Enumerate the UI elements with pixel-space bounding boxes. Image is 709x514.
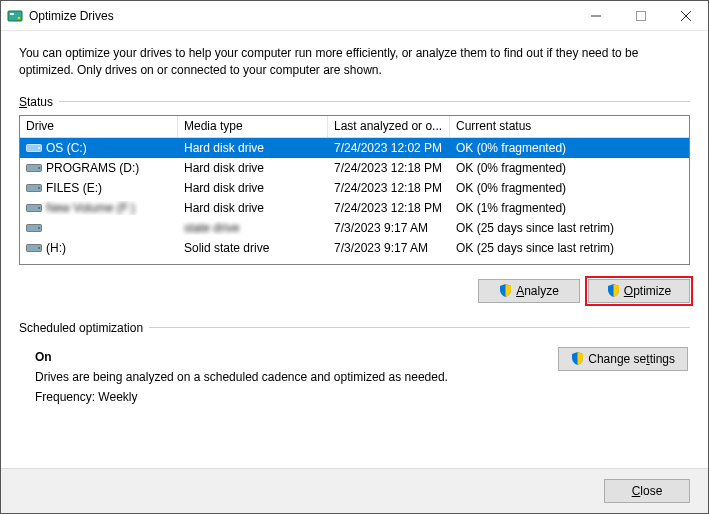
drive-media: Solid state drive — [184, 241, 269, 255]
drive-icon — [26, 162, 42, 174]
close-dialog-button[interactable]: Close — [604, 479, 690, 503]
schedule-state: On — [35, 347, 558, 367]
drive-name: PROGRAMS (D:) — [46, 161, 139, 175]
schedule-label-text: Scheduled optimization — [19, 321, 143, 335]
close-label: Close — [632, 484, 663, 498]
drive-icon — [26, 222, 42, 234]
drives-table: Drive Media type Last analyzed or o... C… — [19, 115, 690, 265]
drive-name: FILES (E:) — [46, 181, 102, 195]
drive-status: OK (0% fragmented) — [450, 161, 689, 175]
drive-status: OK (25 days since last retrim) — [450, 221, 689, 235]
drive-icon — [26, 182, 42, 194]
table-row[interactable]: PROGRAMS (D:)Hard disk drive7/24/2023 12… — [20, 158, 689, 178]
optimize-label: Optimize — [624, 284, 671, 298]
drive-media: Hard disk drive — [184, 161, 264, 175]
change-settings-button[interactable]: Change settings — [558, 347, 688, 371]
table-body: OS (C:)Hard disk drive7/24/2023 12:02 PM… — [20, 138, 689, 258]
titlebar: Optimize Drives — [1, 1, 708, 31]
action-buttons: Analyze Optimize — [19, 279, 690, 303]
column-drive[interactable]: Drive — [20, 116, 178, 137]
drive-last: 7/24/2023 12:02 PM — [328, 141, 450, 155]
drive-status: OK (0% fragmented) — [450, 141, 689, 155]
shield-icon — [571, 352, 584, 365]
analyze-button[interactable]: Analyze — [478, 279, 580, 303]
svg-rect-0 — [8, 11, 22, 21]
schedule-body: On Drives are being analyzed on a schedu… — [19, 341, 690, 408]
svg-point-16 — [38, 227, 40, 229]
drive-icon — [26, 242, 42, 254]
status-section-label: Status — [19, 95, 690, 109]
drive-status: OK (25 days since last retrim) — [450, 241, 689, 255]
optimize-button[interactable]: Optimize — [588, 279, 690, 303]
analyze-label: Analyze — [516, 284, 559, 298]
description-text: You can optimize your drives to help you… — [19, 45, 690, 79]
shield-icon — [499, 284, 512, 297]
svg-point-18 — [38, 247, 40, 249]
table-row[interactable]: OS (C:)Hard disk drive7/24/2023 12:02 PM… — [20, 138, 689, 158]
table-row[interactable]: state drive7/3/2023 9:17 AMOK (25 days s… — [20, 218, 689, 238]
optimize-drives-window: Optimize Drives You can optimize your dr… — [0, 0, 709, 514]
svg-point-2 — [18, 16, 21, 19]
maximize-button[interactable] — [618, 1, 663, 30]
table-row[interactable]: (H:)Solid state drive7/3/2023 9:17 AMOK … — [20, 238, 689, 258]
drive-media: state drive — [184, 221, 239, 235]
schedule-frequency: Frequency: Weekly — [35, 387, 558, 407]
divider — [59, 101, 690, 102]
drive-icon — [26, 142, 42, 154]
svg-rect-1 — [10, 13, 14, 15]
content-area: You can optimize your drives to help you… — [1, 31, 708, 468]
drive-last: 7/3/2023 9:17 AM — [328, 241, 450, 255]
drive-icon — [26, 202, 42, 214]
drive-media: Hard disk drive — [184, 181, 264, 195]
svg-rect-4 — [636, 11, 645, 20]
status-label-text: Status — [19, 95, 53, 109]
drive-last: 7/24/2023 12:18 PM — [328, 181, 450, 195]
shield-icon — [607, 284, 620, 297]
column-status[interactable]: Current status — [450, 116, 689, 137]
drive-name: (H:) — [46, 241, 66, 255]
drive-name: OS (C:) — [46, 141, 87, 155]
close-button[interactable] — [663, 1, 708, 30]
column-last[interactable]: Last analyzed or o... — [328, 116, 450, 137]
svg-point-14 — [38, 207, 40, 209]
svg-point-8 — [38, 147, 40, 149]
drive-status: OK (1% fragmented) — [450, 201, 689, 215]
schedule-section-label: Scheduled optimization — [19, 321, 690, 335]
drive-media: Hard disk drive — [184, 141, 264, 155]
drive-last: 7/24/2023 12:18 PM — [328, 201, 450, 215]
window-controls — [573, 1, 708, 30]
schedule-description: Drives are being analyzed on a scheduled… — [35, 367, 558, 387]
divider — [149, 327, 690, 328]
drive-name: New Volume (F:) — [46, 201, 135, 215]
drive-media: Hard disk drive — [184, 201, 264, 215]
table-row[interactable]: FILES (E:)Hard disk drive7/24/2023 12:18… — [20, 178, 689, 198]
app-icon — [7, 8, 23, 24]
drive-status: OK (0% fragmented) — [450, 181, 689, 195]
window-title: Optimize Drives — [29, 9, 573, 23]
table-header: Drive Media type Last analyzed or o... C… — [20, 116, 689, 138]
minimize-button[interactable] — [573, 1, 618, 30]
change-settings-label: Change settings — [588, 352, 675, 366]
drive-last: 7/3/2023 9:17 AM — [328, 221, 450, 235]
svg-point-12 — [38, 187, 40, 189]
column-media[interactable]: Media type — [178, 116, 328, 137]
svg-point-10 — [38, 167, 40, 169]
footer: Close — [1, 468, 708, 513]
drive-last: 7/24/2023 12:18 PM — [328, 161, 450, 175]
table-row[interactable]: New Volume (F:)Hard disk drive7/24/2023 … — [20, 198, 689, 218]
